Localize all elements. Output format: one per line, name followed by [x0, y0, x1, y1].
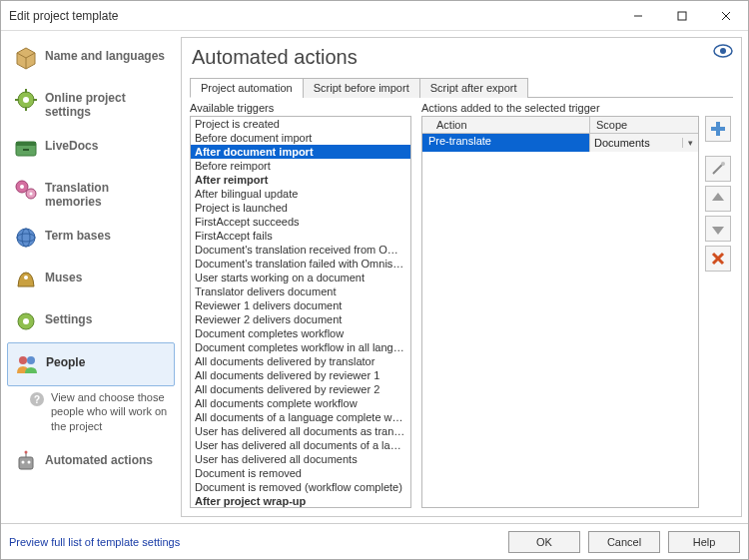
minimize-button[interactable]: [616, 1, 660, 30]
move-up-button[interactable]: [705, 186, 731, 212]
help-icon: ?: [29, 391, 45, 407]
close-icon: [721, 11, 731, 21]
svg-point-21: [17, 229, 35, 247]
trigger-item[interactable]: Reviewer 1 delivers document: [191, 298, 410, 312]
trigger-item[interactable]: All documents delivered by reviewer 2: [191, 382, 410, 396]
scope-dropdown-value: Documents: [590, 137, 682, 149]
svg-point-20: [30, 193, 33, 196]
trigger-item[interactable]: User has delivered all documents: [191, 452, 410, 466]
muse-icon: [13, 267, 39, 292]
svg-marker-43: [712, 227, 724, 235]
help-button[interactable]: Help: [668, 531, 740, 553]
edit-project-template-window: Edit project template Name and languages…: [0, 0, 749, 560]
chevron-down-icon: ▾: [682, 138, 698, 148]
trigger-item[interactable]: FirstAccept fails: [191, 229, 410, 243]
close-button[interactable]: [704, 1, 748, 30]
trigger-item[interactable]: Document's translation received from Omn…: [191, 243, 410, 257]
box-icon: [13, 45, 39, 71]
titlebar: Edit project template: [1, 1, 748, 31]
available-triggers-label: Available triggers: [190, 102, 411, 114]
maximize-button[interactable]: [660, 1, 704, 30]
trigger-item[interactable]: User starts working on a document: [191, 271, 410, 284]
preview-eye-button[interactable]: [713, 44, 733, 58]
actions-grid-row[interactable]: Pre-translate Documents ▾: [422, 134, 698, 152]
preview-settings-link[interactable]: Preview full list of template settings: [9, 536, 500, 548]
trigger-item[interactable]: Document is removed: [191, 466, 410, 480]
trigger-item[interactable]: User has delivered all documents of a la…: [191, 438, 410, 452]
svg-point-28: [27, 356, 35, 364]
sidebar-item-translation-memories[interactable]: Translation memories: [7, 169, 175, 217]
trigger-item[interactable]: User has delivered all documents as tran…: [191, 424, 410, 438]
sidebar-item-automated-actions[interactable]: Automated actions: [7, 441, 175, 483]
trigger-item[interactable]: Document completes workflow in all langu…: [191, 340, 410, 354]
edit-action-button[interactable]: [705, 156, 731, 182]
sidebar-item-term-bases[interactable]: Term bases: [7, 217, 175, 259]
sidebar-item-label: LiveDocs: [45, 135, 98, 153]
actions-grid[interactable]: Action Scope Pre-translate Documents: [421, 116, 699, 508]
sidebar-item-label: Settings: [45, 308, 92, 326]
svg-point-24: [24, 276, 28, 280]
ok-button[interactable]: OK: [508, 531, 580, 553]
svg-rect-39: [711, 127, 725, 131]
trigger-item[interactable]: After document import: [191, 145, 410, 159]
gear-icon: [13, 87, 39, 113]
cancel-button[interactable]: Cancel: [588, 531, 660, 553]
arrow-down-icon: [710, 221, 726, 237]
trigger-item[interactable]: All documents of a language complete wor…: [191, 410, 410, 424]
scope-dropdown[interactable]: Documents ▾: [590, 134, 698, 152]
trigger-item[interactable]: After bilingual update: [191, 187, 410, 201]
svg-line-40: [713, 164, 723, 174]
svg-point-33: [28, 460, 31, 463]
svg-text:?: ?: [34, 394, 40, 405]
trigger-item[interactable]: Before document import: [191, 131, 410, 145]
tab-project-automation[interactable]: Project automation: [190, 78, 304, 98]
window-title: Edit project template: [9, 9, 616, 23]
column-header-scope[interactable]: Scope: [590, 117, 698, 133]
column-header-action[interactable]: Action: [422, 117, 590, 133]
trigger-item[interactable]: After reimport: [191, 173, 410, 187]
sidebar-item-name-and-languages[interactable]: Name and languages: [7, 37, 175, 79]
trigger-item[interactable]: All documents delivered by translator: [191, 354, 410, 368]
sidebar-item-label: Term bases: [45, 225, 111, 243]
svg-point-9: [23, 97, 29, 103]
svg-point-26: [23, 318, 29, 324]
sidebar-item-settings[interactable]: Settings: [7, 300, 175, 342]
trigger-item[interactable]: Translator delivers document: [191, 284, 410, 298]
plus-icon: [710, 121, 726, 137]
trigger-item[interactable]: Document completes workflow: [191, 326, 410, 340]
trigger-item[interactable]: Project is created: [191, 117, 410, 131]
trigger-item[interactable]: All documents complete workflow: [191, 396, 410, 410]
tab-script-after-export[interactable]: Script after export: [419, 78, 528, 98]
sidebar-item-muses[interactable]: Muses: [7, 259, 175, 300]
trigger-item[interactable]: Project is launched: [191, 201, 410, 215]
actions-grid-header: Action Scope: [422, 117, 698, 134]
gear-icon: [13, 308, 39, 334]
sidebar-item-online-project-settings[interactable]: Online project settings: [7, 79, 175, 127]
trigger-item[interactable]: After project wrap-up: [191, 494, 410, 508]
svg-point-27: [19, 356, 27, 364]
sidebar: Name and languages Online project settin…: [7, 37, 175, 517]
sidebar-item-description: ? View and choose those people who will …: [7, 386, 175, 441]
trigger-item[interactable]: Before reimport: [191, 159, 410, 173]
svg-rect-16: [23, 149, 29, 151]
sidebar-item-people[interactable]: People: [7, 342, 175, 386]
drawer-icon: [13, 135, 39, 161]
delete-icon: [710, 251, 726, 267]
add-action-button[interactable]: [705, 116, 731, 142]
svg-point-18: [20, 185, 24, 189]
sidebar-item-livedocs[interactable]: LiveDocs: [7, 127, 175, 169]
trigger-item[interactable]: Document is removed (workflow complete): [191, 480, 410, 494]
tab-script-before-import[interactable]: Script before import: [303, 78, 420, 98]
svg-point-41: [721, 162, 725, 166]
svg-point-35: [25, 450, 28, 453]
trigger-item[interactable]: Document's translation failed with Omnis…: [191, 257, 410, 271]
move-down-button[interactable]: [705, 216, 731, 242]
trigger-item[interactable]: All documents delivered by reviewer 1: [191, 368, 410, 382]
sidebar-item-label: Online project settings: [45, 87, 169, 119]
trigger-item[interactable]: FirstAccept succeeds: [191, 215, 410, 229]
remove-action-button[interactable]: [705, 246, 731, 272]
actions-toolbar: [705, 116, 733, 508]
available-triggers-list[interactable]: Project is createdBefore document import…: [190, 116, 411, 508]
trigger-item[interactable]: Reviewer 2 delivers document: [191, 312, 410, 326]
sidebar-item-label: Automated actions: [45, 449, 153, 467]
